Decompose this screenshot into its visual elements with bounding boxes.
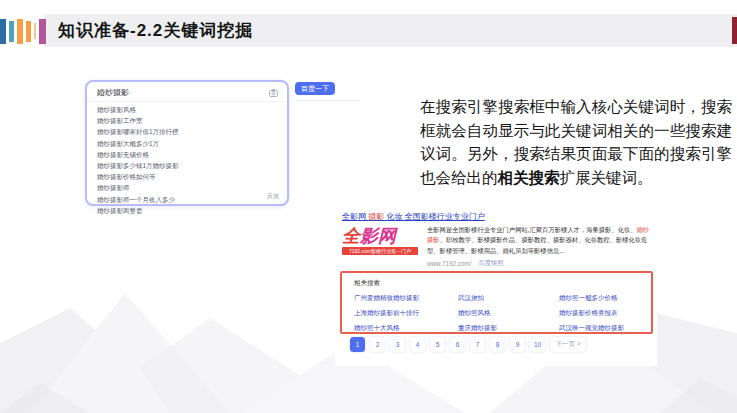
pagination: 1 2 3 4 5 6 7 8 9 10 下一页 > bbox=[350, 337, 586, 352]
related-search-link[interactable]: 武汉唯一视觉婚纱摄影 bbox=[559, 323, 639, 333]
accent-bars-icon bbox=[0, 16, 46, 46]
page-button[interactable]: 8 bbox=[490, 337, 505, 352]
right-accent-bar bbox=[732, 17, 737, 44]
related-search-link[interactable]: 婚纱摄影价格查报表 bbox=[559, 308, 639, 318]
paragraph-text: 扩展关键词。 bbox=[560, 169, 653, 186]
search-query-text: 婚纱摄影 bbox=[97, 87, 129, 98]
search-input[interactable]: 婚纱摄影 bbox=[87, 82, 287, 102]
page-title: 知识准备-2.2关键词挖掘 bbox=[44, 14, 737, 47]
page-button[interactable]: 3 bbox=[390, 337, 405, 352]
suggestion-item[interactable]: 婚纱摄影师 bbox=[97, 182, 277, 193]
page-button[interactable]: 10 bbox=[530, 337, 545, 352]
result-title-text: 化妆 全国影楼行业专业门户 bbox=[384, 212, 484, 221]
suggestion-item[interactable]: 婚纱摄影多少钱1万婚纱摄影 bbox=[97, 160, 277, 171]
related-search-header: 相关搜索 bbox=[342, 273, 651, 288]
suggestion-list: 婚纱摄影风格 婚纱摄影工作室 婚纱摄影哪家好值1万排行榜 婚纱摄影大概多少1万 … bbox=[87, 104, 287, 216]
suggestion-item[interactable]: 婚纱摄影哪家好值1万排行榜 bbox=[97, 126, 277, 137]
suggestion-item[interactable]: 婚纱摄影两整套 bbox=[97, 205, 277, 216]
page-button[interactable]: 2 bbox=[370, 337, 385, 352]
title-bar: 知识准备-2.2关键词挖掘 bbox=[44, 14, 737, 47]
page-button[interactable]: 6 bbox=[450, 337, 465, 352]
related-search-link[interactable]: 上海婚纱摄影前十排行 bbox=[354, 308, 458, 318]
logo-char-red: 全 bbox=[342, 226, 360, 246]
slide: 知识准备-2.2关键词挖掘 婚纱摄影 婚纱摄影风格 婚纱摄影工作室 婚纱摄影哪家… bbox=[0, 0, 737, 413]
search-suggest-panel: 婚纱摄影 婚纱摄影风格 婚纱摄影工作室 婚纱摄影哪家好值1万排行榜 婚纱摄影大概… bbox=[85, 80, 289, 206]
camera-icon[interactable] bbox=[269, 89, 278, 97]
result-url: www.7192.com/ bbox=[427, 260, 471, 267]
related-search-link[interactable]: 武汉旅拍 bbox=[458, 293, 559, 303]
page-button[interactable]: 7 bbox=[470, 337, 485, 352]
baidu-cache-link[interactable]: 百度快照 bbox=[478, 259, 503, 268]
result-description: 全影网是全国影楼行业专业门户网站,汇聚百万影楼人才，海量摄影、化妆、婚纱摄影、职… bbox=[427, 225, 653, 256]
suggestion-item[interactable]: 婚纱摄影风格 bbox=[97, 104, 277, 115]
logo-tagline: 7192.com影楼行业第一门户 bbox=[342, 247, 418, 255]
suggestion-item[interactable]: 婚纱摄影师一个月收入多少 bbox=[97, 194, 277, 205]
next-page-button[interactable]: 下一页 > bbox=[550, 337, 586, 352]
suggestion-item[interactable]: 婚纱摄影大概多少1万 bbox=[97, 138, 277, 149]
suggestion-item[interactable]: 婚纱摄影工作室 bbox=[97, 115, 277, 126]
page-button[interactable]: 5 bbox=[430, 337, 445, 352]
related-search-link[interactable]: 婚纱照十大风格 bbox=[354, 323, 458, 333]
result-url-row: www.7192.com/ 百度快照 bbox=[427, 259, 504, 268]
result-description-text: 全影网是全国影楼行业专业门户网站,汇聚百万影楼人才，海量摄影、化妆、 bbox=[427, 226, 637, 233]
baidu-search-button[interactable]: 百度一下 bbox=[295, 82, 335, 95]
logo-chars-pink: 影网 bbox=[360, 226, 396, 246]
page-button[interactable]: 4 bbox=[410, 337, 425, 352]
related-search-link[interactable]: 广州爱婚精致婚纱摄影 bbox=[354, 293, 458, 303]
header-divider-line bbox=[296, 100, 360, 101]
related-search-grid: 广州爱婚精致婚纱摄影 武汉旅拍 婚纱照一般多少价格 上海婚纱摄影前十排行 婚纱照… bbox=[354, 293, 639, 333]
related-search-box: 相关搜索 广州爱婚精致婚纱摄影 武汉旅拍 婚纱照一般多少价格 上海婚纱摄影前十排… bbox=[340, 271, 653, 334]
result-title-highlight: 摄影 bbox=[368, 212, 384, 221]
result-title-text: 全影网 bbox=[342, 212, 368, 221]
page-button[interactable]: 9 bbox=[510, 337, 525, 352]
page-button-current[interactable]: 1 bbox=[350, 337, 365, 352]
feedback-link[interactable]: 反馈 bbox=[267, 192, 279, 201]
suggestion-item[interactable]: 婚纱摄影价格如何等 bbox=[97, 171, 277, 182]
related-search-link[interactable]: 婚纱照一般多少价格 bbox=[559, 293, 639, 303]
explanation-paragraph: 在搜索引擎搜索框中输入核心关键词时，搜索框就会自动显示与此关键词相关的一些搜索建… bbox=[420, 95, 732, 190]
paragraph-bold-text: 相关搜索 bbox=[498, 169, 560, 186]
logo-wordmark: 全影网 bbox=[342, 226, 422, 246]
related-search-link[interactable]: 重庆婚纱摄影 bbox=[458, 323, 559, 333]
suggestion-item[interactable]: 婚纱摄影无锡价格 bbox=[97, 149, 277, 160]
result-title-link[interactable]: 全影网 摄影 化妆 全国影楼行业专业门户 bbox=[342, 211, 485, 222]
quanying-logo: 全影网 7192.com影楼行业第一门户 bbox=[342, 226, 422, 255]
related-search-link[interactable]: 婚纱照风格 bbox=[458, 308, 559, 318]
result-description-text: 、职校教学、影楼摄影作品、摄影教程、摄影器材、化妆教程、影楼化妆造型、影楼管理、… bbox=[427, 236, 647, 253]
